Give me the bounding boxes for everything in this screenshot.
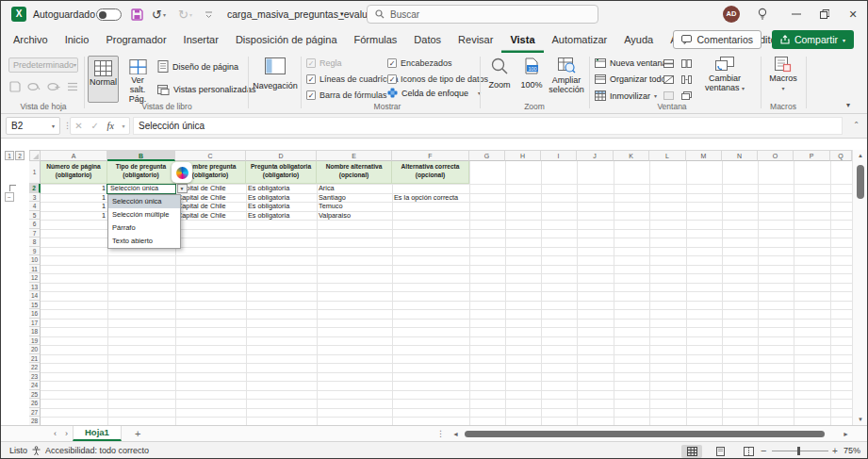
cell-dropdown-arrow-button[interactable]: ▼ <box>177 184 188 193</box>
minimize-button[interactable] <box>782 1 811 27</box>
cell-E4[interactable]: Temuco <box>317 202 392 211</box>
cell-D1[interactable]: Pregunta obligatoria(obligatorio) <box>246 161 317 184</box>
expand-formula-bar-icon[interactable]: ⌃ <box>853 121 860 129</box>
row-header-28[interactable]: 28 <box>29 417 41 425</box>
ribbon-tab-disposici-n-de-p-gina[interactable]: Disposición de página <box>227 28 346 53</box>
status-normal-view-button[interactable] <box>681 445 702 458</box>
search-input[interactable]: Buscar <box>367 5 598 24</box>
copilot-button[interactable] <box>172 162 192 183</box>
cell-F1[interactable]: Alternativa correcta(opcional) <box>392 161 469 184</box>
macros-button[interactable]: Macros ▾ <box>766 57 800 91</box>
row-header-2[interactable]: 2 <box>29 184 41 193</box>
excel-app-icon[interactable]: X <box>11 7 26 22</box>
cell-A4[interactable]: 1 <box>41 202 107 211</box>
cell-D4[interactable]: Es obligatoria <box>246 202 317 211</box>
zoom-100-button[interactable]: 100 100% <box>517 57 546 90</box>
ribbon-tab-inicio[interactable]: Inicio <box>57 28 98 53</box>
column-header-O[interactable]: O <box>758 150 794 161</box>
synchronous-scrolling-icon[interactable] <box>681 75 692 84</box>
column-header-F[interactable]: F <box>392 150 469 161</box>
row-header-17[interactable]: 17 <box>29 319 41 328</box>
row-header-7[interactable]: 7 <box>29 229 41 238</box>
zoom-out-button[interactable]: − <box>761 442 766 459</box>
vertical-scrollbar-thumb[interactable] <box>857 165 864 199</box>
navigation-button[interactable]: Navegación <box>254 57 297 91</box>
cell-B1[interactable]: Tipo de pregunta(obligatorio) <box>107 161 175 184</box>
ribbon-tab-vista[interactable]: Vista <box>501 28 543 53</box>
cell-A1[interactable]: Número de página(obligatorio) <box>41 161 107 184</box>
page-break-preview-button[interactable]: Ver salt. Pág. <box>122 56 154 105</box>
cell-C4[interactable]: Capital de Chile <box>175 202 246 211</box>
select-all-corner[interactable] <box>29 150 41 161</box>
cell-E3[interactable]: Santiago <box>317 193 392 203</box>
custom-views-button[interactable]: Vistas personalizadas <box>157 84 255 95</box>
customize-quick-access-icon[interactable] <box>205 1 213 27</box>
sheet-tab-hoja1[interactable]: Hoja1 <box>73 426 122 441</box>
row-header-26[interactable]: 26 <box>29 399 41 408</box>
cell-C5[interactable]: Capital de Chile <box>175 211 246 221</box>
zoom-level[interactable]: 75% <box>843 442 860 459</box>
cell-E1[interactable]: Nombre alternativa(opcional) <box>317 161 392 184</box>
ribbon-tab-insertar[interactable]: Insertar <box>175 28 227 53</box>
status-page-layout-button[interactable] <box>710 445 730 458</box>
data-type-icons-checkbox[interactable]: ✓Iconos de tipo de datos <box>387 74 488 84</box>
column-header-P[interactable]: P <box>794 150 830 161</box>
column-header-J[interactable]: J <box>577 150 614 161</box>
previous-sheet-icon[interactable]: ‹ <box>54 426 57 441</box>
focus-cell-button[interactable]: Celda de enfoque ▾ <box>387 88 481 98</box>
cell-C3[interactable]: Capital de Chile <box>175 193 246 203</box>
column-header-G[interactable]: G <box>469 150 505 161</box>
cell-D5[interactable]: Es obligatoria <box>246 211 317 221</box>
row-header-21[interactable]: 21 <box>29 354 41 364</box>
row-header-19[interactable]: 19 <box>29 336 41 346</box>
zoom-in-button[interactable]: + <box>832 442 838 459</box>
tab-scroll-dots[interactable]: ⋮ <box>436 426 445 441</box>
arrange-all-button[interactable]: Organizar todo <box>595 74 666 84</box>
cell-E2[interactable]: Arica <box>317 184 392 193</box>
row-header-22[interactable]: 22 <box>29 363 41 372</box>
name-box-chevron-icon[interactable]: ▾ <box>52 123 55 129</box>
cell-D2[interactable]: Es obligatoria <box>246 184 317 193</box>
gridlines-checkbox[interactable]: ✓Líneas de cuadrícula <box>306 74 399 84</box>
share-button[interactable]: Compartir ▾ <box>772 30 854 49</box>
cell-A5[interactable]: 1 <box>41 211 107 221</box>
close-button[interactable]: ✕ <box>839 1 867 27</box>
dropdown-option-4[interactable]: Texto abierto <box>108 235 180 248</box>
row-header-14[interactable]: 14 <box>29 291 41 301</box>
save-icon[interactable] <box>131 1 143 27</box>
column-header-A[interactable]: A <box>41 150 107 161</box>
row-header-20[interactable]: 20 <box>29 345 41 354</box>
collapse-row-group-button[interactable]: − <box>5 192 14 202</box>
column-header-C[interactable]: C <box>175 150 246 161</box>
row-header-24[interactable]: 24 <box>29 381 41 390</box>
column-header-I[interactable]: I <box>541 150 577 161</box>
cell-A2[interactable]: 1 <box>41 184 107 193</box>
column-header-N[interactable]: N <box>722 150 758 161</box>
outline-level-1-button[interactable]: 1 <box>5 151 14 160</box>
row-header-25[interactable]: 25 <box>29 390 41 400</box>
row-header-5[interactable]: 5 <box>29 211 41 221</box>
collapse-ribbon-icon[interactable]: ▾ <box>846 101 850 109</box>
headings-checkbox[interactable]: ✓Encabezados <box>387 58 452 68</box>
vertical-scrollbar[interactable]: ▲ ▼ <box>852 150 868 425</box>
hscroll-right-icon[interactable]: ► <box>843 427 849 442</box>
ribbon-tab-revisar[interactable]: Revisar <box>450 28 501 53</box>
zoom-to-selection-button[interactable]: Ampliar selección <box>548 57 585 95</box>
column-header-L[interactable]: L <box>649 150 686 161</box>
freeze-panes-button[interactable]: Inmovilizar ▾ <box>595 90 657 101</box>
fx-chevron-icon[interactable]: ▾ <box>123 123 125 129</box>
row-header-1[interactable]: 1 <box>29 161 41 184</box>
row-header-12[interactable]: 12 <box>29 273 41 283</box>
hide-window-icon[interactable] <box>663 75 674 84</box>
row-header-18[interactable]: 18 <box>29 327 41 336</box>
cell-E5[interactable]: Valparaiso <box>317 211 392 221</box>
new-window-button[interactable]: Nueva ventana <box>595 58 667 68</box>
ribbon-tab-programador[interactable]: Programador <box>97 28 174 53</box>
column-header-M[interactable]: M <box>686 150 722 161</box>
row-header-13[interactable]: 13 <box>29 283 41 292</box>
ribbon-tab-ayuda[interactable]: Ayuda <box>615 28 662 53</box>
formula-input[interactable]: Selección única <box>133 117 843 135</box>
formula-bar-checkbox[interactable]: ✓Barra de fórmulas <box>306 90 387 100</box>
autosave-toggle[interactable] <box>96 8 122 21</box>
split-icon[interactable] <box>663 59 674 68</box>
